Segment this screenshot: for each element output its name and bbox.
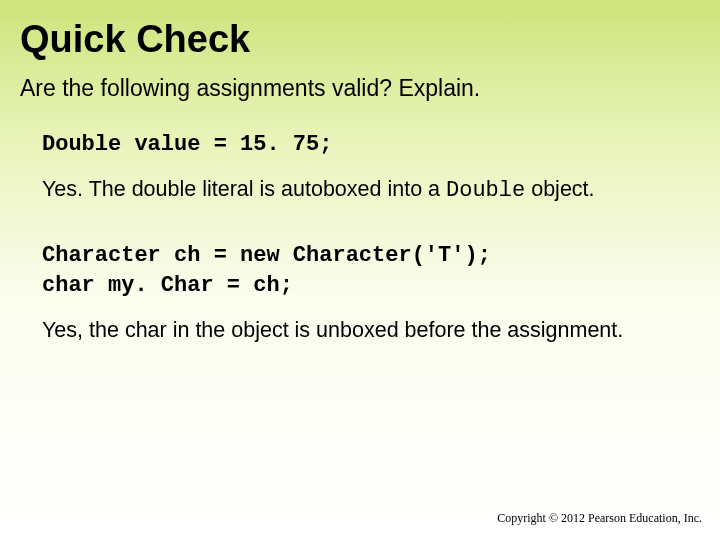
example-block-2: Character ch = new Character('T'); char … xyxy=(42,241,696,344)
example-block-1: Double value = 15. 75; Yes. The double l… xyxy=(42,130,696,205)
copyright-text: Copyright © 2012 Pearson Education, Inc. xyxy=(497,511,702,526)
answer-1-pre: Yes. The double literal is autoboxed int… xyxy=(42,177,446,201)
answer-text-2: Yes, the char in the object is unboxed b… xyxy=(42,317,696,345)
slide: Quick Check Are the following assignment… xyxy=(0,0,720,540)
answer-1-post: object. xyxy=(525,177,594,201)
code-line-2a: Character ch = new Character('T'); xyxy=(42,241,696,271)
code-line-2b: char my. Char = ch; xyxy=(42,271,696,301)
answer-text-1: Yes. The double literal is autoboxed int… xyxy=(42,176,696,206)
code-line-1: Double value = 15. 75; xyxy=(42,130,696,160)
question-text: Are the following assignments valid? Exp… xyxy=(20,75,696,102)
slide-title: Quick Check xyxy=(20,18,696,61)
answer-1-mono: Double xyxy=(446,178,525,203)
